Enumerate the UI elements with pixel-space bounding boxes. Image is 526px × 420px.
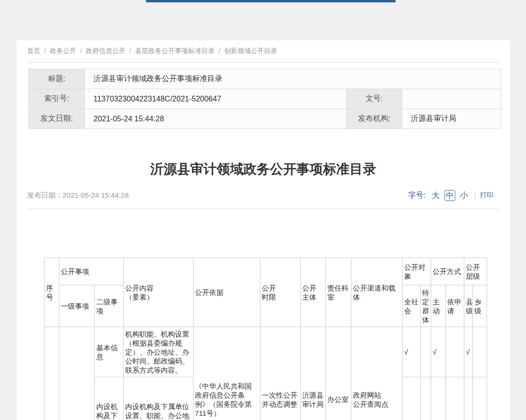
check-on-request (446, 327, 464, 377)
meta-label-index: 索引号: (29, 89, 85, 109)
catalog-table: 序号 公开事项 公开内容 （要素） 公开依据 公开 时限 公开 主体 责任科室 … (44, 257, 487, 420)
cell-level2: 内设机构及下属事业单位信息 (95, 377, 124, 420)
publish-row: 发布日期：2021-05-24 15:44:28 字号: 大 中 小 | 打印 (27, 189, 493, 201)
th-department: 责任科室 (326, 258, 351, 327)
content-card: 首页/政务公开/政府信息公开/基层政务公开事项标准目录/创新领域公开目录 标题:… (17, 40, 510, 420)
font-size-label: 字号: (408, 191, 425, 201)
breadcrumb: 首页/政务公开/政府信息公开/基层政务公开事项标准目录/创新领域公开目录 (27, 47, 277, 55)
th-level1: 一级事项 (59, 285, 95, 327)
meta-row-title: 标题: 沂源县审计领域政务公开事项标准目录 (29, 69, 501, 89)
print-button[interactable]: 打印 (480, 191, 493, 200)
th-content: 公开内容 （要素） (124, 258, 194, 327)
meta-row-index: 索引号: 11370323004223148C/2021-5200647 文号: (29, 89, 501, 109)
th-time-limit: 公开 时限 (260, 258, 301, 327)
th-basis: 公开依据 (194, 258, 260, 327)
th-county: 县级 (464, 285, 473, 327)
cell-content: 机构职能、机构设置（根据县委编办规定）、办公地址、办公时间、邮政编码、联系方式等… (124, 327, 194, 377)
check-township (473, 327, 487, 377)
breadcrumb-item-jiceng[interactable]: 基层政务公开事项标准目录 (135, 47, 215, 55)
meta-label-agency: 发布机构: (347, 109, 402, 129)
th-on-request: 依申请 (446, 285, 464, 327)
publish-date: 发布日期：2021-05-24 15:44:28 (27, 191, 129, 200)
meta-value-index: 11370323004223148C/2021-5200647 (85, 89, 347, 109)
check-whole-society: √ (403, 327, 421, 377)
check-specific-groups (421, 327, 431, 377)
page-title: 沂源县审计领域政务公开事项标准目录 (17, 161, 510, 178)
check-county: √ (464, 327, 473, 377)
breadcrumb-divider (27, 62, 499, 63)
meta-row-date: 发文日期: 2021-05-24 15:44:28 发布机构: 沂源县审计局 (29, 109, 501, 129)
th-subject: 公开 主体 (301, 258, 326, 327)
cell-channels: 政府网站 公开查阅点 (351, 327, 403, 420)
catalog-header-row-1: 序号 公开事项 公开内容 （要素） 公开依据 公开 时限 公开 主体 责任科室 … (45, 258, 487, 285)
meta-label-title: 标题: (29, 69, 85, 89)
meta-value-docnum (402, 89, 501, 109)
meta-label-issue-date: 发文日期: (29, 109, 85, 129)
th-level2: 二级事项 (95, 285, 124, 327)
cell-content: 内设机构及下属单位设置、职能、办公地址、办公时间、联系方式、负责人姓名等。 (124, 377, 194, 420)
th-serial: 序号 (45, 258, 59, 327)
meta-label-docnum: 文号: (347, 89, 402, 109)
breadcrumb-item-zhengwu[interactable]: 政务公开 (50, 47, 76, 55)
breadcrumb-separator: / (80, 47, 82, 55)
th-township: 乡级 (473, 285, 487, 327)
check-specific-groups (421, 377, 431, 420)
font-size-small-button[interactable]: 小 (460, 190, 468, 201)
check-whole-society: √ (403, 377, 421, 420)
breadcrumb-separator: / (219, 47, 221, 55)
article-divider (27, 209, 499, 209)
breadcrumb-item-home[interactable]: 首页 (27, 47, 40, 55)
breadcrumb-item-xinxi[interactable]: 政府信息公开 (86, 47, 126, 55)
cell-level1 (59, 327, 95, 420)
check-proactive: √ (431, 377, 446, 420)
th-public-matters: 公开事项 (59, 258, 124, 285)
breadcrumb-item-chuangxin[interactable]: 创新领域公开目录 (224, 47, 277, 55)
font-size-medium-button[interactable]: 中 (444, 190, 455, 201)
breadcrumb-separator: / (44, 47, 46, 55)
th-whole-society: 全社会 (403, 285, 421, 327)
meta-table: 标题: 沂源县审计领域政务公开事项标准目录 索引号: 1137032300422… (28, 69, 501, 129)
cell-level2: 基本信息 (95, 327, 124, 377)
publish-date-label: 发布日期： (27, 191, 63, 199)
th-level: 公开层级 (464, 258, 487, 285)
vertical-divider: | (474, 192, 476, 200)
cell-department: 办公室 (326, 327, 351, 420)
th-proactive: 主动 (431, 285, 446, 327)
breadcrumb-separator: / (129, 47, 131, 55)
cell-serial (45, 327, 59, 420)
cell-time-limit: 一次性公开并动态调整 (260, 327, 301, 420)
th-channels: 公开渠道和载体 (351, 258, 403, 327)
publish-date-value: 2021-05-24 15:44:28 (63, 191, 129, 199)
check-county: √ (464, 377, 473, 420)
top-nav-bar-fragment (146, 0, 396, 2)
catalog-row-basic-info: 基本信息 机构职能、机构设置（根据县委编办规定）、办公地址、办公时间、邮政编码、… (45, 327, 487, 377)
font-size-widget: 字号: 大 中 小 | 打印 (408, 190, 493, 201)
th-audience: 公开对象 (403, 258, 431, 285)
cell-subject: 沂源县审计局 (301, 327, 326, 420)
check-proactive: √ (431, 327, 446, 377)
check-on-request (446, 377, 464, 420)
th-method: 公开方式 (431, 258, 464, 285)
cell-basis: 《中华人民共和国政府信息公开条例》（国务院令第711号） (194, 327, 260, 420)
th-specific-groups: 特定群体 (421, 285, 431, 327)
font-size-large-button[interactable]: 大 (432, 190, 440, 201)
meta-value-title: 沂源县审计领域政务公开事项标准目录 (85, 69, 501, 89)
meta-value-agency: 沂源县审计局 (402, 109, 501, 129)
check-township (473, 377, 487, 420)
meta-value-issue-date: 2021-05-24 15:44:28 (85, 109, 347, 129)
